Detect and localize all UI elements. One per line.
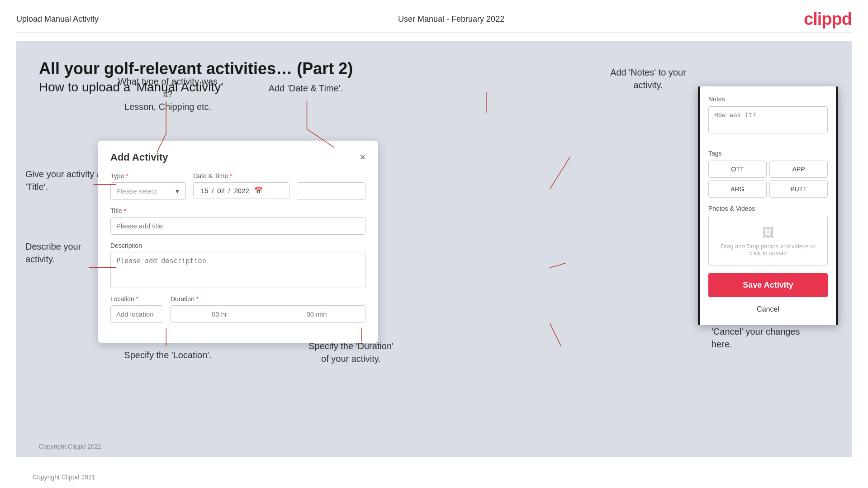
cancel-button[interactable]: Cancel [708,303,828,316]
datetime-label: Date & Time * [193,172,289,180]
header-divider [16,33,852,33]
type-select-wrapper: Please select ▼ [110,182,186,200]
duration-inputs [171,305,365,323]
logo: clippd [804,9,852,29]
tags-label: Tags [708,150,828,157]
svg-line-11 [550,323,561,346]
save-activity-button[interactable]: Save Activity [708,273,828,297]
svg-line-10 [550,263,565,268]
copyright: Copyright Clippd 2021 [33,474,95,481]
location-label: Location * [110,295,163,303]
tag-putt[interactable]: PUTT [769,180,828,198]
description-textarea[interactable] [110,252,365,288]
annotation-datetime: Add 'Date & Time'. [256,82,356,95]
tags-grid: OTT APP ARG PUTT [708,161,828,198]
location-input[interactable] [110,305,163,323]
tag-app[interactable]: APP [769,161,828,178]
title-label: Title * [110,207,365,214]
svg-line-9 [550,157,570,190]
modal-title: Add Activity [110,152,168,163]
type-label: Type * [110,172,186,180]
annotation-title: Give your activity a 'Title'. [25,168,102,193]
duration-min-input[interactable] [268,305,365,323]
date-year-input[interactable] [231,187,252,194]
manual-title: User Manual - February 2022 [398,14,504,24]
main-content: All your golf-relevant activities… (Part… [16,41,852,457]
annotation-activity-type: What type of activity was it? Lesson, Ch… [116,75,220,113]
type-select[interactable]: Please select [110,182,186,200]
modal-close-button[interactable]: × [360,152,365,163]
time-label [297,172,365,180]
time-input[interactable]: 2:21 PM [297,182,365,200]
notes-textarea[interactable] [708,106,828,133]
calendar-icon[interactable]: 📅 [254,186,263,195]
date-month-input[interactable] [215,187,228,194]
notes-section-label: Notes [708,95,828,103]
description-label: Description [110,242,365,249]
page-label: Upload Manual Activity [16,14,99,24]
date-day-input[interactable] [198,187,211,194]
annotation-notes: Add 'Notes' to your activity. [603,66,693,91]
date-input-container[interactable]: / / 📅 [193,182,289,199]
annotation-describe: Describe your activity. [25,240,98,265]
annotation-location: Specify the 'Location'. [116,349,220,361]
tag-arg[interactable]: ARG [708,180,767,198]
annotation-duration: Specify the 'Duration' of your activity. [283,340,419,365]
photos-hint: Drag and Drop photos and videos or click… [718,243,818,256]
photo-icon: 🖼 [718,225,818,240]
duration-label: Duration * [171,295,365,303]
phone-panel: Notes Tags OTT APP ARG PUTT Photos & Vid… [698,86,838,325]
photos-label: Photos & Videos [708,205,828,212]
photos-dropzone[interactable]: 🖼 Drag and Drop photos and videos or cli… [708,216,828,266]
duration-hr-input[interactable] [171,305,268,323]
footer: Copyright Clippd 2021 [39,443,102,450]
title-input[interactable] [110,217,365,235]
add-activity-modal: Add Activity × Type * Please select ▼ [98,141,378,343]
tag-ott[interactable]: OTT [708,161,767,178]
